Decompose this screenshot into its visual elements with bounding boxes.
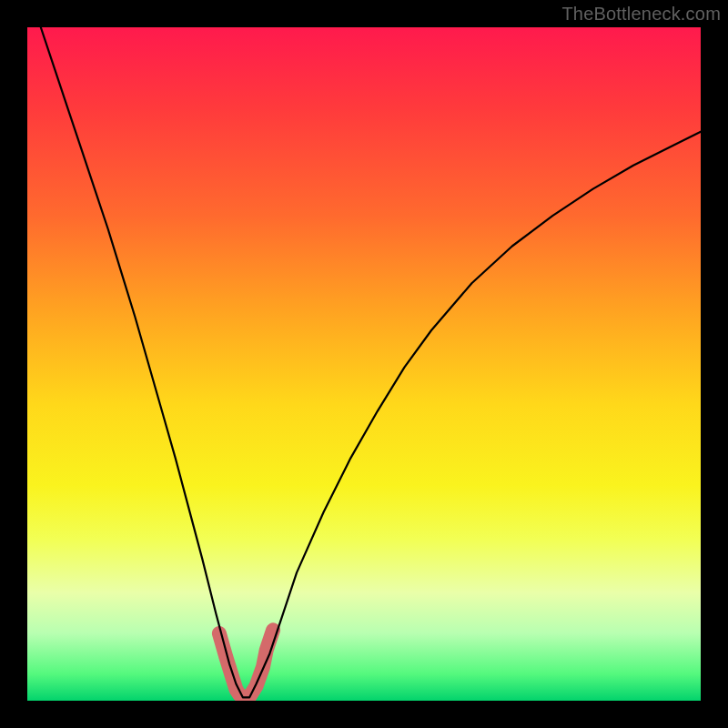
curve-svg — [27, 27, 701, 701]
bottleneck-curve-path — [41, 27, 701, 697]
chart-frame: TheBottleneck.com — [0, 0, 728, 728]
plot-area — [27, 27, 701, 701]
watermark-text: TheBottleneck.com — [561, 4, 721, 25]
